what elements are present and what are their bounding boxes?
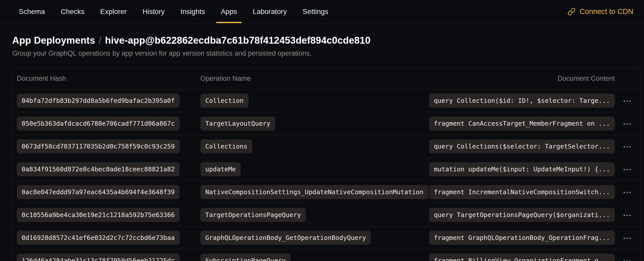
operation-name-chip: updateMe [200, 162, 241, 176]
document-hash-chip: 0673df58cd7037117035b2d0c758f59c0c93c259 [17, 139, 180, 153]
table-row: 126d46a4284abe31c13c78f7959d56eeb21725dc… [12, 249, 640, 261]
operation-name-chip: Collections [200, 139, 252, 153]
breadcrumb-root[interactable]: App Deployments [12, 35, 95, 46]
link-icon [567, 8, 576, 16]
nav-tab-history[interactable]: History [136, 0, 171, 23]
column-header-document-hash: Document Hash [17, 75, 200, 83]
document-content-chip: mutation updateMe($input: UpdateMeInput!… [429, 162, 615, 176]
nav-tab-apps[interactable]: Apps [215, 0, 243, 23]
table-row: 0ac8e047eddd97a97eac6435a4b694f4e3648f39… [12, 181, 640, 203]
row-menu-button[interactable]: ⋯ [620, 94, 635, 107]
row-menu-button[interactable]: ⋯ [620, 117, 635, 130]
breadcrumb-separator: / [95, 35, 105, 46]
row-actions-cell: ⋯ [620, 209, 635, 221]
row-menu-button[interactable]: ⋯ [620, 254, 635, 261]
document-content-chip: fragment GraphQLOperationBody_OperationF… [429, 231, 615, 245]
table-row: 050e5b363dafdcacd6780e706cadf771d06a867c… [12, 112, 640, 135]
row-actions-cell: ⋯ [620, 254, 635, 261]
connect-to-cdn-label: Connect to CDN [580, 7, 633, 16]
operation-name-cell: TargetOperationsPageQuery [200, 208, 429, 222]
document-hash-cell: 0673df58cd7037117035b2d0c758f59c0c93c259 [17, 139, 200, 153]
operation-name-cell: Collection [200, 94, 429, 108]
document-hash-chip: 0a834f91560d872e8c4bec0ade18ceec88821a82 [17, 162, 180, 176]
document-hash-cell: 050e5b363dafdcacd6780e706cadf771d06a867c [17, 117, 200, 130]
nav-tab-laboratory[interactable]: Laboratory [247, 0, 293, 23]
document-hash-cell: 0a834f91560d872e8c4bec0ade18ceec88821a82 [17, 162, 200, 176]
nav-tabs: Schema Checks Explorer History Insights … [13, 0, 334, 23]
row-actions-cell: ⋯ [620, 186, 635, 199]
document-content-chip: fragment IncrementalNativeCompositionSwi… [429, 185, 615, 199]
document-content-chip: query Collection($id: ID!, $selector: Ta… [429, 94, 615, 108]
row-menu-button[interactable]: ⋯ [620, 232, 635, 244]
document-hash-cell: 126d46a4284abe31c13c78f7959d56eeb21725dc [17, 254, 200, 261]
document-hash-chip: 04bfa72dfb83b297dd8a5b6fed9bafac2b395a0f [17, 94, 180, 108]
document-content-chip: query TargetOperationsPageQuery($organiz… [429, 208, 615, 222]
top-navigation: Schema Checks Explorer History Insights … [0, 0, 644, 23]
nav-tab-settings[interactable]: Settings [297, 0, 334, 23]
breadcrumb: App Deployments/hive-app@b622862ecdba7c6… [12, 35, 632, 46]
operation-name-chip: SubscriptionPageQuery [200, 254, 290, 261]
app-deployment-detail-page: App Deployments/hive-app@b622862ecdba7c6… [0, 23, 644, 261]
document-hash-cell: 0d16928d8572c41ef6e032d2c7c72ccbd6e73baa [17, 231, 200, 245]
document-content-cell: fragment CanAccessTarget_MemberFragment … [429, 117, 615, 130]
document-hash-chip: 126d46a4284abe31c13c78f7959d56eeb21725dc [17, 254, 180, 261]
row-actions-cell: ⋯ [620, 232, 635, 244]
document-content-chip: fragment CanAccessTarget_MemberFragment … [429, 117, 615, 130]
nav-tab-insights[interactable]: Insights [174, 0, 211, 23]
document-content-chip: query Collections($selector: TargetSelec… [429, 139, 615, 153]
column-header-operation-name: Operation Name [200, 75, 558, 83]
nav-tab-explorer[interactable]: Explorer [94, 0, 133, 23]
row-menu-button[interactable]: ⋯ [620, 140, 635, 153]
operation-name-chip: TargetOperationsPageQuery [200, 208, 306, 222]
column-header-document-content: Document Content [558, 75, 615, 83]
document-content-cell: fragment BillingView_OrganizationFragmen… [429, 254, 615, 261]
document-content-cell: fragment GraphQLOperationBody_OperationF… [429, 231, 615, 245]
document-content-cell: mutation updateMe($input: UpdateMeInput!… [429, 162, 615, 176]
document-hash-cell: 0c10556a9be4ca30e19e21c1218a592b75e63366 [17, 208, 200, 222]
operation-name-cell: TargetLayoutQuery [200, 117, 429, 130]
operation-name-cell: GraphQLOperationBody_GetOperationBodyQue… [200, 231, 429, 245]
table-header-row: Document Hash Operation Name Document Co… [12, 68, 640, 89]
row-actions-cell: ⋯ [620, 140, 635, 153]
documents-table: Document Hash Operation Name Document Co… [12, 68, 640, 261]
row-actions-cell: ⋯ [620, 117, 635, 130]
document-content-cell: query Collection($id: ID!, $selector: Ta… [429, 94, 615, 108]
row-menu-button[interactable]: ⋯ [620, 163, 635, 176]
document-content-chip: fragment BillingView_OrganizationFragmen… [429, 254, 615, 261]
row-actions-cell: ⋯ [620, 163, 635, 176]
document-hash-chip: 0d16928d8572c41ef6e032d2c7c72ccbd6e73baa [17, 231, 180, 245]
operation-name-chip: Collection [200, 94, 248, 108]
table-row: 0c10556a9be4ca30e19e21c1218a592b75e63366… [12, 203, 640, 226]
document-hash-chip: 0ac8e047eddd97a97eac6435a4b694f4e3648f39 [17, 185, 180, 199]
operation-name-cell: updateMe [200, 162, 429, 176]
breadcrumb-current-app: hive-app@b622862ecdba7c61b78f412453def89… [105, 35, 371, 46]
scrollbar[interactable] [642, 24, 642, 261]
row-actions-cell: ⋯ [620, 94, 635, 107]
document-content-cell: query TargetOperationsPageQuery($organiz… [429, 208, 615, 222]
connect-to-cdn-button[interactable]: Connect to CDN [567, 0, 633, 23]
nav-spacer [334, 0, 567, 23]
document-hash-chip: 050e5b363dafdcacd6780e706cadf771d06a867c [17, 117, 180, 130]
nav-tab-checks[interactable]: Checks [55, 0, 91, 23]
operation-name-cell: NativeCompositionSettings_UpdateNativeCo… [200, 185, 429, 199]
operation-name-cell: Collections [200, 139, 429, 153]
table-row: 0673df58cd7037117035b2d0c758f59c0c93c259… [12, 135, 640, 158]
document-content-cell: query Collections($selector: TargetSelec… [429, 139, 615, 153]
document-content-cell: fragment IncrementalNativeCompositionSwi… [429, 185, 615, 199]
operation-name-chip: GraphQLOperationBody_GetOperationBodyQue… [200, 231, 371, 245]
table-body: 04bfa72dfb83b297dd8a5b6fed9bafac2b395a0f… [12, 89, 640, 261]
row-menu-button[interactable]: ⋯ [620, 209, 635, 221]
operation-name-chip: NativeCompositionSettings_UpdateNativeCo… [200, 185, 428, 199]
document-hash-cell: 04bfa72dfb83b297dd8a5b6fed9bafac2b395a0f [17, 94, 200, 108]
table-row: 04bfa72dfb83b297dd8a5b6fed9bafac2b395a0f… [12, 89, 640, 112]
nav-tab-schema[interactable]: Schema [13, 0, 51, 23]
page-subtitle: Group your GraphQL operations by app ver… [12, 50, 632, 57]
table-row: 0a834f91560d872e8c4bec0ade18ceec88821a82… [12, 158, 640, 181]
operation-name-cell: SubscriptionPageQuery [200, 254, 429, 261]
table-row: 0d16928d8572c41ef6e032d2c7c72ccbd6e73baa… [12, 226, 640, 249]
document-hash-cell: 0ac8e047eddd97a97eac6435a4b694f4e3648f39 [17, 185, 200, 199]
document-hash-chip: 0c10556a9be4ca30e19e21c1218a592b75e63366 [17, 208, 180, 222]
operation-name-chip: TargetLayoutQuery [200, 117, 275, 130]
row-menu-button[interactable]: ⋯ [620, 186, 635, 199]
